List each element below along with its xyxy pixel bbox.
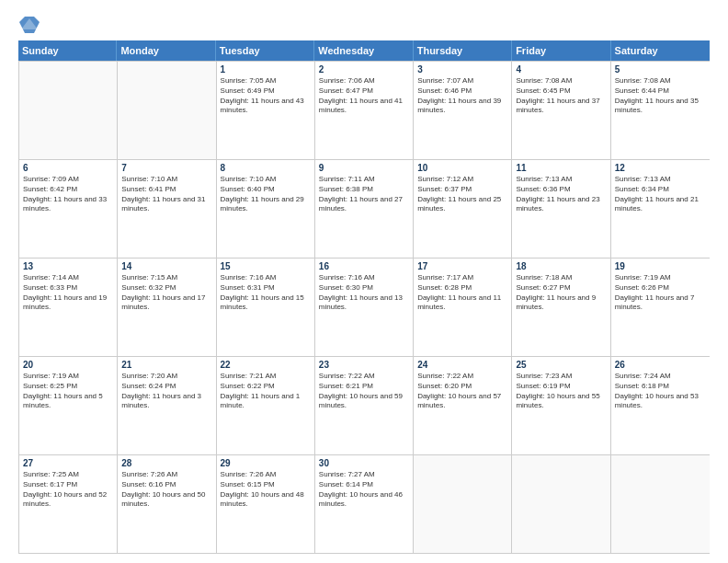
day-number: 14	[121, 261, 211, 271]
day-cell-19: 19Sunrise: 7:19 AM Sunset: 6:26 PM Dayli…	[611, 259, 710, 356]
day-info: Sunrise: 7:22 AM Sunset: 6:20 PM Dayligh…	[417, 372, 507, 411]
calendar: SundayMondayTuesdayWednesdayThursdayFrid…	[18, 40, 710, 554]
day-cell-13: 13Sunrise: 7:14 AM Sunset: 6:33 PM Dayli…	[19, 259, 118, 356]
day-cell-7: 7Sunrise: 7:10 AM Sunset: 6:41 PM Daylig…	[118, 160, 216, 258]
day-cell-23: 23Sunrise: 7:22 AM Sunset: 6:21 PM Dayli…	[315, 357, 414, 454]
weekday-header-saturday: Saturday	[611, 40, 710, 61]
day-info: Sunrise: 7:18 AM Sunset: 6:27 PM Dayligh…	[516, 273, 606, 313]
weekday-header-wednesday: Wednesday	[314, 40, 413, 61]
day-number: 2	[319, 64, 409, 75]
day-info: Sunrise: 7:13 AM Sunset: 6:36 PM Dayligh…	[516, 175, 606, 214]
day-info: Sunrise: 7:10 AM Sunset: 6:41 PM Dayligh…	[121, 175, 211, 214]
page: SundayMondayTuesdayWednesdayThursdayFrid…	[0, 0, 728, 563]
day-number: 30	[319, 458, 409, 468]
day-cell-25: 25Sunrise: 7:23 AM Sunset: 6:19 PM Dayli…	[512, 357, 610, 454]
day-cell-16: 16Sunrise: 7:16 AM Sunset: 6:30 PM Dayli…	[315, 259, 414, 356]
day-number: 6	[23, 163, 113, 173]
day-cell-17: 17Sunrise: 7:17 AM Sunset: 6:28 PM Dayli…	[414, 259, 512, 356]
day-cell-empty-0-0	[19, 62, 118, 159]
day-cell-4: 4Sunrise: 7:08 AM Sunset: 6:45 PM Daylig…	[512, 62, 610, 159]
day-cell-27: 27Sunrise: 7:25 AM Sunset: 6:17 PM Dayli…	[19, 455, 118, 553]
day-info: Sunrise: 7:22 AM Sunset: 6:21 PM Dayligh…	[319, 372, 409, 411]
weekday-header-monday: Monday	[117, 40, 215, 61]
day-info: Sunrise: 7:12 AM Sunset: 6:37 PM Dayligh…	[417, 175, 507, 214]
day-info: Sunrise: 7:08 AM Sunset: 6:45 PM Dayligh…	[516, 76, 606, 116]
day-info: Sunrise: 7:21 AM Sunset: 6:22 PM Dayligh…	[221, 372, 311, 411]
day-number: 8	[221, 163, 311, 173]
day-info: Sunrise: 7:09 AM Sunset: 6:42 PM Dayligh…	[23, 175, 113, 214]
day-cell-18: 18Sunrise: 7:18 AM Sunset: 6:27 PM Dayli…	[512, 259, 610, 356]
calendar-row-2: 6Sunrise: 7:09 AM Sunset: 6:42 PM Daylig…	[19, 159, 710, 258]
day-info: Sunrise: 7:16 AM Sunset: 6:31 PM Dayligh…	[221, 273, 311, 313]
day-cell-6: 6Sunrise: 7:09 AM Sunset: 6:42 PM Daylig…	[19, 160, 118, 258]
calendar-row-3: 13Sunrise: 7:14 AM Sunset: 6:33 PM Dayli…	[19, 258, 710, 356]
day-info: Sunrise: 7:26 AM Sunset: 6:16 PM Dayligh…	[121, 470, 211, 510]
day-info: Sunrise: 7:17 AM Sunset: 6:28 PM Dayligh…	[417, 273, 507, 313]
calendar-row-1: 1Sunrise: 7:05 AM Sunset: 6:49 PM Daylig…	[19, 61, 710, 159]
day-number: 29	[221, 458, 311, 468]
day-number: 1	[221, 64, 311, 75]
day-cell-22: 22Sunrise: 7:21 AM Sunset: 6:22 PM Dayli…	[217, 357, 315, 454]
day-info: Sunrise: 7:07 AM Sunset: 6:46 PM Dayligh…	[417, 76, 507, 116]
calendar-row-5: 27Sunrise: 7:25 AM Sunset: 6:17 PM Dayli…	[19, 454, 710, 553]
day-cell-empty-4-4	[414, 455, 512, 553]
day-number: 5	[615, 64, 706, 75]
logo-container	[18, 17, 40, 33]
day-cell-11: 11Sunrise: 7:13 AM Sunset: 6:36 PM Dayli…	[512, 160, 610, 258]
day-cell-28: 28Sunrise: 7:26 AM Sunset: 6:16 PM Dayli…	[118, 455, 216, 553]
day-cell-10: 10Sunrise: 7:12 AM Sunset: 6:37 PM Dayli…	[414, 160, 512, 258]
day-info: Sunrise: 7:10 AM Sunset: 6:40 PM Dayligh…	[221, 175, 311, 214]
calendar-header: SundayMondayTuesdayWednesdayThursdayFrid…	[18, 40, 710, 61]
day-number: 20	[23, 360, 113, 370]
day-cell-24: 24Sunrise: 7:22 AM Sunset: 6:20 PM Dayli…	[414, 357, 512, 454]
day-cell-1: 1Sunrise: 7:05 AM Sunset: 6:49 PM Daylig…	[217, 62, 315, 159]
day-info: Sunrise: 7:26 AM Sunset: 6:15 PM Dayligh…	[221, 470, 311, 510]
day-cell-15: 15Sunrise: 7:16 AM Sunset: 6:31 PM Dayli…	[217, 259, 315, 356]
day-info: Sunrise: 7:24 AM Sunset: 6:18 PM Dayligh…	[615, 372, 706, 411]
day-number: 13	[23, 261, 113, 271]
day-number: 23	[319, 360, 409, 370]
day-info: Sunrise: 7:23 AM Sunset: 6:19 PM Dayligh…	[516, 372, 606, 411]
day-cell-30: 30Sunrise: 7:27 AM Sunset: 6:14 PM Dayli…	[315, 455, 414, 553]
logo-text	[18, 17, 40, 33]
day-number: 27	[23, 458, 113, 468]
day-number: 17	[417, 261, 507, 271]
day-number: 11	[516, 163, 606, 173]
day-number: 15	[221, 261, 311, 271]
day-number: 18	[516, 261, 606, 271]
day-cell-14: 14Sunrise: 7:15 AM Sunset: 6:32 PM Dayli…	[118, 259, 216, 356]
day-cell-8: 8Sunrise: 7:10 AM Sunset: 6:40 PM Daylig…	[217, 160, 315, 258]
day-number: 24	[417, 360, 507, 370]
day-info: Sunrise: 7:25 AM Sunset: 6:17 PM Dayligh…	[23, 470, 113, 510]
day-info: Sunrise: 7:16 AM Sunset: 6:30 PM Dayligh…	[319, 273, 409, 313]
day-cell-empty-4-6	[611, 455, 710, 553]
day-info: Sunrise: 7:13 AM Sunset: 6:34 PM Dayligh…	[615, 175, 706, 214]
day-info: Sunrise: 7:11 AM Sunset: 6:38 PM Dayligh…	[319, 175, 409, 214]
day-cell-2: 2Sunrise: 7:06 AM Sunset: 6:47 PM Daylig…	[315, 62, 414, 159]
day-info: Sunrise: 7:19 AM Sunset: 6:25 PM Dayligh…	[23, 372, 113, 411]
logo-general	[18, 17, 40, 33]
day-info: Sunrise: 7:08 AM Sunset: 6:44 PM Dayligh…	[615, 76, 706, 116]
day-cell-26: 26Sunrise: 7:24 AM Sunset: 6:18 PM Dayli…	[611, 357, 710, 454]
day-info: Sunrise: 7:27 AM Sunset: 6:14 PM Dayligh…	[319, 470, 409, 510]
day-number: 21	[121, 360, 211, 370]
day-number: 16	[319, 261, 409, 271]
day-cell-12: 12Sunrise: 7:13 AM Sunset: 6:34 PM Dayli…	[611, 160, 710, 258]
weekday-header-sunday: Sunday	[18, 40, 117, 61]
day-cell-3: 3Sunrise: 7:07 AM Sunset: 6:46 PM Daylig…	[414, 62, 512, 159]
day-cell-29: 29Sunrise: 7:26 AM Sunset: 6:15 PM Dayli…	[217, 455, 315, 553]
logo	[18, 17, 40, 33]
day-number: 22	[221, 360, 311, 370]
day-info: Sunrise: 7:05 AM Sunset: 6:49 PM Dayligh…	[221, 76, 311, 116]
day-cell-5: 5Sunrise: 7:08 AM Sunset: 6:44 PM Daylig…	[611, 62, 710, 159]
weekday-header-thursday: Thursday	[414, 40, 512, 61]
day-info: Sunrise: 7:19 AM Sunset: 6:26 PM Dayligh…	[615, 273, 706, 313]
day-info: Sunrise: 7:20 AM Sunset: 6:24 PM Dayligh…	[121, 372, 211, 411]
day-cell-20: 20Sunrise: 7:19 AM Sunset: 6:25 PM Dayli…	[19, 357, 118, 454]
weekday-header-friday: Friday	[512, 40, 610, 61]
day-number: 26	[615, 360, 706, 370]
day-info: Sunrise: 7:06 AM Sunset: 6:47 PM Dayligh…	[319, 76, 409, 116]
day-number: 7	[121, 163, 211, 173]
calendar-row-4: 20Sunrise: 7:19 AM Sunset: 6:25 PM Dayli…	[19, 356, 710, 454]
day-number: 28	[121, 458, 211, 468]
